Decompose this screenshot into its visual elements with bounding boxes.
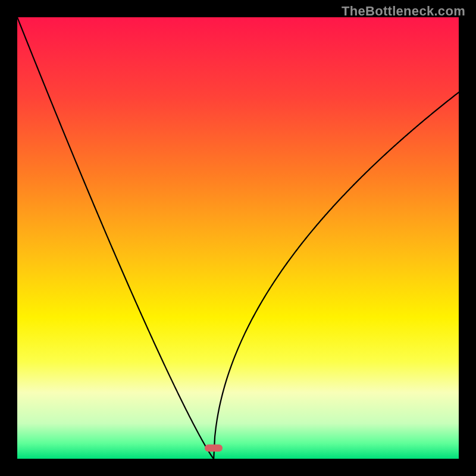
- chart-frame: TheBottleneck.com: [0, 0, 476, 476]
- plot-area: [17, 17, 459, 459]
- watermark-text: TheBottleneck.com: [342, 4, 465, 19]
- bottleneck-curve: [17, 17, 459, 459]
- minimum-marker: [205, 444, 223, 452]
